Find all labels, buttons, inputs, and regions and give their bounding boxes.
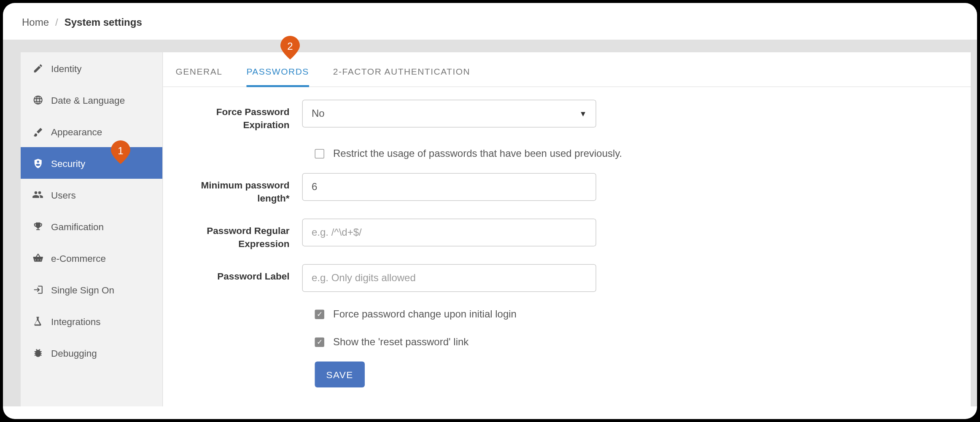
caret-down-icon: ▼ <box>579 109 587 118</box>
sidebar-item-label: Debugging <box>51 347 97 358</box>
sidebar-item-label: Users <box>51 189 76 200</box>
tab-2fa[interactable]: 2-FACTOR AUTHENTICATION <box>333 66 470 86</box>
globe-icon <box>32 94 43 105</box>
sidebar-item-label: Appearance <box>51 126 102 137</box>
sidebar-item-debugging[interactable]: Debugging <box>21 337 162 368</box>
force-expiration-select[interactable]: No ▼ <box>302 100 597 128</box>
sidebar-item-appearance[interactable]: Appearance <box>21 116 162 147</box>
basket-icon <box>32 253 43 263</box>
tab-general[interactable]: GENERAL <box>176 66 223 86</box>
sidebar-item-label: Single Sign On <box>51 284 114 295</box>
min-length-input[interactable] <box>302 173 597 201</box>
breadcrumb-home-link[interactable]: Home <box>22 17 49 28</box>
sidebar-item-identity[interactable]: Identity <box>21 52 162 84</box>
password-label-input[interactable] <box>302 264 597 292</box>
restrict-previous-checkbox[interactable] <box>315 149 325 159</box>
flask-icon <box>32 316 43 326</box>
force-expiration-label: Force Password Expiration <box>176 100 302 132</box>
sidebar-item-date-language[interactable]: Date & Language <box>21 84 162 116</box>
sidebar-item-users[interactable]: Users <box>21 179 162 210</box>
show-reset-checkbox[interactable] <box>315 337 325 347</box>
password-label-label: Password Label <box>176 264 302 283</box>
force-change-label: Force password change upon initial login <box>333 309 517 320</box>
sidebar-item-sso[interactable]: Single Sign On <box>21 274 162 305</box>
restrict-previous-label: Restrict the usage of passwords that hav… <box>333 148 622 159</box>
settings-content: GENERAL PASSWORDS 2-FACTOR AUTHENTICATIO… <box>163 52 971 406</box>
breadcrumb: Home / System settings <box>3 3 977 40</box>
force-change-checkbox[interactable] <box>315 309 325 319</box>
sidebar-item-label: Identity <box>51 63 82 74</box>
settings-sidebar: Identity Date & Language Appearance Secu… <box>21 52 163 406</box>
breadcrumb-separator: / <box>55 17 58 28</box>
users-icon <box>32 189 43 200</box>
brush-icon <box>32 126 43 137</box>
edit-icon <box>32 63 43 74</box>
force-expiration-value: No <box>312 108 325 119</box>
save-button[interactable]: SAVE <box>315 362 365 388</box>
min-length-label: Minimum password length* <box>176 173 302 205</box>
sidebar-item-gamification[interactable]: Gamification <box>21 210 162 242</box>
sidebar-item-label: Date & Language <box>51 94 125 105</box>
show-reset-label: Show the 'reset password' link <box>333 336 468 348</box>
trophy-icon <box>32 221 43 232</box>
sidebar-item-label: Integrations <box>51 316 101 327</box>
shield-icon <box>32 158 43 169</box>
regex-input[interactable] <box>302 219 597 247</box>
tab-passwords[interactable]: PASSWORDS <box>246 66 309 87</box>
sidebar-item-label: e-Commerce <box>51 253 106 263</box>
signin-icon <box>32 284 43 295</box>
sidebar-item-security[interactable]: Security <box>21 147 162 179</box>
regex-label: Password Regular Expression <box>176 219 302 250</box>
settings-tabs: GENERAL PASSWORDS 2-FACTOR AUTHENTICATIO… <box>163 52 971 87</box>
sidebar-item-integrations[interactable]: Integrations <box>21 305 162 337</box>
sidebar-item-ecommerce[interactable]: e-Commerce <box>21 242 162 274</box>
sidebar-item-label: Gamification <box>51 221 104 232</box>
sidebar-item-label: Security <box>51 158 85 169</box>
breadcrumb-current: System settings <box>65 17 142 28</box>
bug-icon <box>32 347 43 358</box>
